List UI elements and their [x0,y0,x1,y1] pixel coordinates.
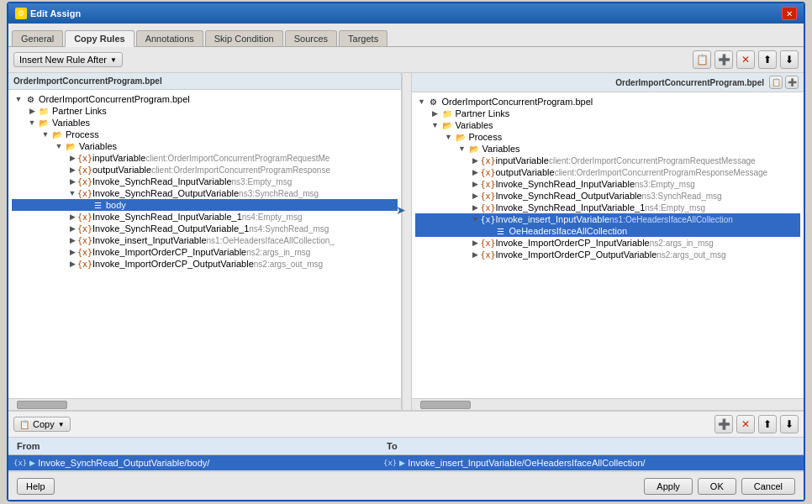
tree-item[interactable]: ▼⚙OrderImportConcurrentProgram.bpel [12,93,398,105]
tree-item[interactable]: ▼{x}Invoke_SynchRead_OutputVariable ns3:… [12,187,398,199]
cancel-button[interactable]: Cancel [741,478,795,495]
tree-item[interactable]: ▶📁Partner Links [415,108,801,119]
tree-toggle-icon[interactable]: ▼ [13,95,24,103]
tree-toggle-icon[interactable]: ▶ [430,109,440,118]
tree-toggle-icon[interactable]: ▶ [471,156,481,165]
insert-rule-btn[interactable]: Insert New Rule After ▼ [13,52,123,67]
tree-node-icon: ⚙ [427,97,440,107]
left-scrollbar-h[interactable] [8,398,401,410]
tree-item[interactable]: ▶📁Partner Links [12,105,398,117]
tree-toggle-icon[interactable]: ▶ [67,236,77,244]
tree-item[interactable]: ▶{x}Invoke_ImportOrderCP_InputVariable n… [415,237,801,249]
tree-item[interactable]: ▶{x}Invoke_ImportOrderCP_InputVariable n… [12,246,398,258]
tree-toggle-icon[interactable]: ▶ [67,224,77,233]
tree-toggle-icon[interactable]: ▼ [457,144,467,153]
right-scrollbar-thumb[interactable] [420,401,471,409]
left-scrollbar-thumb[interactable] [17,401,67,409]
tree-toggle-icon[interactable]: ▶ [471,168,481,176]
tree-item[interactable]: ▼📂Process [415,131,801,143]
tab-sources[interactable]: Sources [285,30,337,46]
right-scrollbar-h[interactable] [412,398,804,410]
tree-item[interactable]: ☰body [12,199,398,211]
tree-toggle-icon[interactable]: ▶ [471,203,481,212]
tree-item[interactable]: ▶{x}Invoke_SynchRead_InputVariable ns3:E… [415,178,801,190]
tree-toggle-icon[interactable]: ▼ [67,189,77,197]
tab-skip-condition[interactable]: Skip Condition [205,30,283,46]
tree-node-icon: {x} [481,180,494,189]
tree-toggle-icon[interactable]: ▶ [67,177,77,186]
apply-button[interactable]: Apply [644,478,693,495]
tree-item[interactable]: ▶{x}outputVariable client:OrderImportCon… [415,166,801,178]
tree-item[interactable]: ▼📂Variables [415,119,801,131]
tree-item[interactable]: ☰OeHeadersIfaceAllCollection [415,225,801,237]
help-button[interactable]: Help [17,478,55,495]
copy-up-icon[interactable]: ⬆ [758,415,777,433]
tree-toggle-icon[interactable]: ▼ [444,133,454,141]
tab-general[interactable]: General [12,30,63,46]
copy-toolbar-icon[interactable]: 📋 [693,50,711,69]
tree-item-label: Variables [482,144,520,154]
tree-toggle-icon[interactable]: ▼ [471,215,481,223]
delete-toolbar-icon[interactable]: ✕ [736,50,755,69]
tree-toggle-icon[interactable]: ▶ [471,250,481,259]
tab-copy-rules[interactable]: Copy Rules [65,30,134,47]
tree-toggle-icon[interactable]: ▶ [471,192,481,200]
tree-toggle-icon[interactable]: ▼ [430,121,440,129]
move-down-toolbar-icon[interactable]: ⬇ [780,50,799,69]
rule-from-cell: {x} ▶ Invoke_SynchRead_OutputVariable/bo… [13,458,383,468]
tree-toggle-icon[interactable]: ▼ [40,130,50,139]
tree-item[interactable]: ▶{x}Invoke_SynchRead_InputVariable_1 ns4… [12,211,398,223]
add-toolbar-icon[interactable]: ➕ [714,50,733,69]
right-tree-area[interactable]: ▼⚙OrderImportConcurrentProgram.bpel▶📁Par… [412,92,804,398]
tree-item[interactable]: ▼📂Variables [415,143,801,155]
tree-toggle-icon[interactable]: ▶ [471,180,481,188]
tree-item[interactable]: ▼📂Variables [12,117,398,129]
tree-item[interactable]: ▶{x}Invoke_SynchRead_InputVariable ns3:E… [12,176,398,187]
tree-item[interactable]: ▶{x}inputVariable client:OrderImportConc… [12,152,398,164]
rules-row[interactable]: {x} ▶ Invoke_SynchRead_OutputVariable/bo… [8,455,804,471]
right-pane: OrderImportConcurrentProgram.bpel 📋 ➕ ▼⚙… [412,73,804,410]
tree-node-icon: 📂 [50,130,64,139]
tree-node-icon: ⚙ [24,95,37,104]
tree-item-sublabel: ns3:Empty_msg [635,180,695,189]
copy-btn[interactable]: 📋 Copy ▼ [13,417,71,432]
tree-toggle-icon[interactable]: ▼ [54,142,64,150]
tree-item-label: Invoke_SynchRead_InputVariable_1 [496,202,646,213]
ok-button[interactable]: OK [698,478,736,495]
tree-item[interactable]: ▶{x}Invoke_insert_InputVariable ns1:OeHe… [12,234,398,246]
copy-add-icon[interactable]: ➕ [714,415,733,433]
tree-item[interactable]: ▼⚙OrderImportConcurrentProgram.bpel [415,96,801,108]
right-toolbar-icon2[interactable]: ➕ [785,76,799,89]
tree-toggle-icon[interactable]: ▼ [27,118,37,127]
tab-targets[interactable]: Targets [339,30,388,46]
tree-toggle-icon[interactable]: ▶ [67,213,77,221]
tab-annotations[interactable]: Annotations [136,30,203,46]
move-up-toolbar-icon[interactable]: ⬆ [758,50,777,69]
tree-toggle-icon[interactable]: ▶ [67,260,77,268]
close-button[interactable]: ✕ [782,7,797,20]
tree-item[interactable]: ▶{x}outputVariable client:OrderImportCon… [12,164,398,176]
tree-item[interactable]: ▼📂Process [12,129,398,140]
tree-toggle-icon[interactable]: ▶ [67,165,77,174]
tree-node-icon: {x} [481,239,494,248]
tree-toggle-icon[interactable]: ▶ [471,239,481,247]
tree-item[interactable]: ▼📂Variables [12,140,398,152]
tree-toggle-icon[interactable]: ▶ [67,154,77,162]
copy-down-icon[interactable]: ⬇ [780,415,799,433]
tree-toggle-icon[interactable]: ▼ [417,97,427,106]
tree-item[interactable]: ▶{x}Invoke_ImportOrderCP_OutputVariable … [12,258,398,270]
tree-item[interactable]: ▶{x}Invoke_SynchRead_OutputVariable_1 ns… [12,223,398,234]
left-tree-area[interactable]: ▼⚙OrderImportConcurrentProgram.bpel▶📁Par… [8,90,401,398]
tree-item[interactable]: ▶{x}inputVariable client:OrderImportConc… [415,155,801,166]
tree-item[interactable]: ▶{x}Invoke_SynchRead_InputVariable_1 ns4… [415,202,801,213]
tree-item-label: body [106,200,126,210]
right-toolbar-icon1[interactable]: 📋 [769,76,783,89]
tree-toggle-icon[interactable]: ▶ [67,248,77,256]
tree-item[interactable]: ▼{x}Invoke_insert_InputVariable ns1:OeHe… [415,213,801,225]
tree-item[interactable]: ▶{x}Invoke_SynchRead_OutputVariable ns3:… [415,190,801,202]
tree-toggle-icon[interactable]: ▶ [27,107,37,115]
tree-node-icon: {x} [481,215,494,224]
tree-item-sublabel: ns2:args_in_msg [246,248,310,257]
tree-item[interactable]: ▶{x}Invoke_ImportOrderCP_OutputVariable … [415,249,801,260]
copy-delete-icon[interactable]: ✕ [736,415,755,433]
